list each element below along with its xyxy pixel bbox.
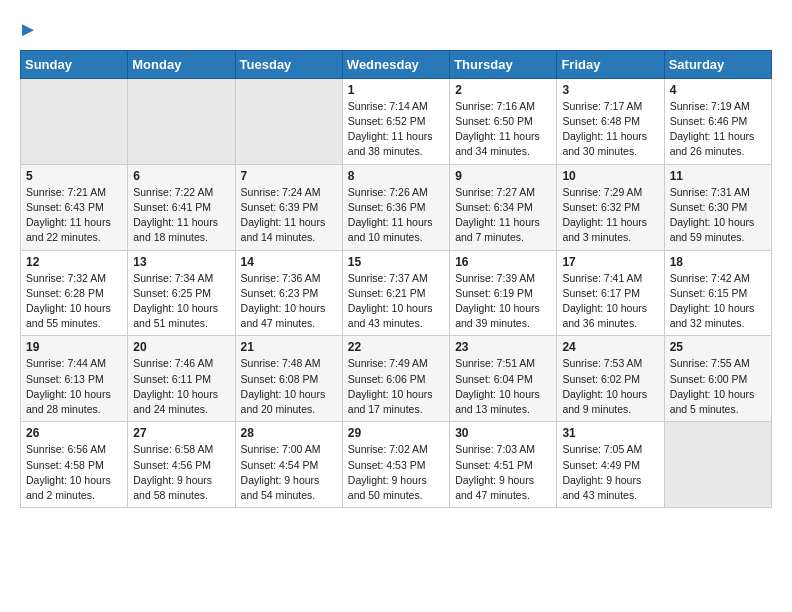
calendar-cell: 23Sunrise: 7:51 AM Sunset: 6:04 PM Dayli… bbox=[450, 336, 557, 422]
day-info: Sunrise: 7:14 AM Sunset: 6:52 PM Dayligh… bbox=[348, 99, 444, 160]
calendar-cell: 4Sunrise: 7:19 AM Sunset: 6:46 PM Daylig… bbox=[664, 78, 771, 164]
calendar-header-row: SundayMondayTuesdayWednesdayThursdayFrid… bbox=[21, 50, 772, 78]
calendar-cell: 21Sunrise: 7:48 AM Sunset: 6:08 PM Dayli… bbox=[235, 336, 342, 422]
day-info: Sunrise: 7:39 AM Sunset: 6:19 PM Dayligh… bbox=[455, 271, 551, 332]
day-number: 9 bbox=[455, 169, 551, 183]
day-number: 23 bbox=[455, 340, 551, 354]
calendar-cell: 15Sunrise: 7:37 AM Sunset: 6:21 PM Dayli… bbox=[342, 250, 449, 336]
day-info: Sunrise: 7:26 AM Sunset: 6:36 PM Dayligh… bbox=[348, 185, 444, 246]
day-info: Sunrise: 7:31 AM Sunset: 6:30 PM Dayligh… bbox=[670, 185, 766, 246]
day-info: Sunrise: 7:37 AM Sunset: 6:21 PM Dayligh… bbox=[348, 271, 444, 332]
day-number: 18 bbox=[670, 255, 766, 269]
day-info: Sunrise: 7:34 AM Sunset: 6:25 PM Dayligh… bbox=[133, 271, 229, 332]
calendar-cell: 6Sunrise: 7:22 AM Sunset: 6:41 PM Daylig… bbox=[128, 164, 235, 250]
calendar-cell: 9Sunrise: 7:27 AM Sunset: 6:34 PM Daylig… bbox=[450, 164, 557, 250]
day-info: Sunrise: 6:58 AM Sunset: 4:56 PM Dayligh… bbox=[133, 442, 229, 503]
calendar-cell: 25Sunrise: 7:55 AM Sunset: 6:00 PM Dayli… bbox=[664, 336, 771, 422]
calendar-cell: 22Sunrise: 7:49 AM Sunset: 6:06 PM Dayli… bbox=[342, 336, 449, 422]
day-number: 29 bbox=[348, 426, 444, 440]
calendar-cell: 30Sunrise: 7:03 AM Sunset: 4:51 PM Dayli… bbox=[450, 422, 557, 508]
weekday-header-thursday: Thursday bbox=[450, 50, 557, 78]
day-info: Sunrise: 7:27 AM Sunset: 6:34 PM Dayligh… bbox=[455, 185, 551, 246]
day-number: 27 bbox=[133, 426, 229, 440]
day-number: 12 bbox=[26, 255, 122, 269]
day-number: 4 bbox=[670, 83, 766, 97]
day-info: Sunrise: 7:42 AM Sunset: 6:15 PM Dayligh… bbox=[670, 271, 766, 332]
weekday-header-friday: Friday bbox=[557, 50, 664, 78]
weekday-header-sunday: Sunday bbox=[21, 50, 128, 78]
day-info: Sunrise: 7:17 AM Sunset: 6:48 PM Dayligh… bbox=[562, 99, 658, 160]
calendar-cell: 18Sunrise: 7:42 AM Sunset: 6:15 PM Dayli… bbox=[664, 250, 771, 336]
calendar-cell: 5Sunrise: 7:21 AM Sunset: 6:43 PM Daylig… bbox=[21, 164, 128, 250]
day-info: Sunrise: 7:16 AM Sunset: 6:50 PM Dayligh… bbox=[455, 99, 551, 160]
logo-line1 bbox=[20, 20, 34, 40]
calendar-cell: 16Sunrise: 7:39 AM Sunset: 6:19 PM Dayli… bbox=[450, 250, 557, 336]
day-info: Sunrise: 7:02 AM Sunset: 4:53 PM Dayligh… bbox=[348, 442, 444, 503]
day-number: 11 bbox=[670, 169, 766, 183]
day-info: Sunrise: 7:21 AM Sunset: 6:43 PM Dayligh… bbox=[26, 185, 122, 246]
day-number: 3 bbox=[562, 83, 658, 97]
calendar-cell bbox=[128, 78, 235, 164]
day-number: 15 bbox=[348, 255, 444, 269]
calendar-cell bbox=[21, 78, 128, 164]
day-info: Sunrise: 7:19 AM Sunset: 6:46 PM Dayligh… bbox=[670, 99, 766, 160]
day-number: 1 bbox=[348, 83, 444, 97]
day-number: 21 bbox=[241, 340, 337, 354]
weekday-header-saturday: Saturday bbox=[664, 50, 771, 78]
calendar-cell: 17Sunrise: 7:41 AM Sunset: 6:17 PM Dayli… bbox=[557, 250, 664, 336]
calendar-week-row: 26Sunrise: 6:56 AM Sunset: 4:58 PM Dayli… bbox=[21, 422, 772, 508]
weekday-header-monday: Monday bbox=[128, 50, 235, 78]
calendar-cell bbox=[235, 78, 342, 164]
day-number: 14 bbox=[241, 255, 337, 269]
calendar-cell: 14Sunrise: 7:36 AM Sunset: 6:23 PM Dayli… bbox=[235, 250, 342, 336]
day-number: 10 bbox=[562, 169, 658, 183]
day-info: Sunrise: 7:36 AM Sunset: 6:23 PM Dayligh… bbox=[241, 271, 337, 332]
day-number: 16 bbox=[455, 255, 551, 269]
logo bbox=[20, 20, 34, 40]
day-info: Sunrise: 7:29 AM Sunset: 6:32 PM Dayligh… bbox=[562, 185, 658, 246]
day-info: Sunrise: 7:55 AM Sunset: 6:00 PM Dayligh… bbox=[670, 356, 766, 417]
day-number: 22 bbox=[348, 340, 444, 354]
day-number: 6 bbox=[133, 169, 229, 183]
day-number: 26 bbox=[26, 426, 122, 440]
day-info: Sunrise: 7:00 AM Sunset: 4:54 PM Dayligh… bbox=[241, 442, 337, 503]
weekday-header-wednesday: Wednesday bbox=[342, 50, 449, 78]
day-info: Sunrise: 6:56 AM Sunset: 4:58 PM Dayligh… bbox=[26, 442, 122, 503]
calendar-cell: 8Sunrise: 7:26 AM Sunset: 6:36 PM Daylig… bbox=[342, 164, 449, 250]
day-number: 5 bbox=[26, 169, 122, 183]
calendar-cell: 19Sunrise: 7:44 AM Sunset: 6:13 PM Dayli… bbox=[21, 336, 128, 422]
day-info: Sunrise: 7:46 AM Sunset: 6:11 PM Dayligh… bbox=[133, 356, 229, 417]
calendar-week-row: 1Sunrise: 7:14 AM Sunset: 6:52 PM Daylig… bbox=[21, 78, 772, 164]
day-number: 17 bbox=[562, 255, 658, 269]
day-number: 19 bbox=[26, 340, 122, 354]
calendar-cell: 20Sunrise: 7:46 AM Sunset: 6:11 PM Dayli… bbox=[128, 336, 235, 422]
day-info: Sunrise: 7:03 AM Sunset: 4:51 PM Dayligh… bbox=[455, 442, 551, 503]
calendar-cell: 27Sunrise: 6:58 AM Sunset: 4:56 PM Dayli… bbox=[128, 422, 235, 508]
day-number: 30 bbox=[455, 426, 551, 440]
calendar-cell bbox=[664, 422, 771, 508]
day-number: 25 bbox=[670, 340, 766, 354]
day-info: Sunrise: 7:05 AM Sunset: 4:49 PM Dayligh… bbox=[562, 442, 658, 503]
calendar-cell: 3Sunrise: 7:17 AM Sunset: 6:48 PM Daylig… bbox=[557, 78, 664, 164]
day-number: 28 bbox=[241, 426, 337, 440]
day-info: Sunrise: 7:32 AM Sunset: 6:28 PM Dayligh… bbox=[26, 271, 122, 332]
calendar-week-row: 12Sunrise: 7:32 AM Sunset: 6:28 PM Dayli… bbox=[21, 250, 772, 336]
day-number: 31 bbox=[562, 426, 658, 440]
calendar-cell: 31Sunrise: 7:05 AM Sunset: 4:49 PM Dayli… bbox=[557, 422, 664, 508]
day-number: 20 bbox=[133, 340, 229, 354]
weekday-header-tuesday: Tuesday bbox=[235, 50, 342, 78]
calendar-cell: 28Sunrise: 7:00 AM Sunset: 4:54 PM Dayli… bbox=[235, 422, 342, 508]
day-number: 7 bbox=[241, 169, 337, 183]
calendar-week-row: 5Sunrise: 7:21 AM Sunset: 6:43 PM Daylig… bbox=[21, 164, 772, 250]
calendar-cell: 26Sunrise: 6:56 AM Sunset: 4:58 PM Dayli… bbox=[21, 422, 128, 508]
day-info: Sunrise: 7:48 AM Sunset: 6:08 PM Dayligh… bbox=[241, 356, 337, 417]
calendar-cell: 12Sunrise: 7:32 AM Sunset: 6:28 PM Dayli… bbox=[21, 250, 128, 336]
day-info: Sunrise: 7:49 AM Sunset: 6:06 PM Dayligh… bbox=[348, 356, 444, 417]
day-number: 24 bbox=[562, 340, 658, 354]
day-info: Sunrise: 7:51 AM Sunset: 6:04 PM Dayligh… bbox=[455, 356, 551, 417]
calendar-cell: 13Sunrise: 7:34 AM Sunset: 6:25 PM Dayli… bbox=[128, 250, 235, 336]
day-info: Sunrise: 7:41 AM Sunset: 6:17 PM Dayligh… bbox=[562, 271, 658, 332]
day-info: Sunrise: 7:24 AM Sunset: 6:39 PM Dayligh… bbox=[241, 185, 337, 246]
day-number: 2 bbox=[455, 83, 551, 97]
calendar-cell: 29Sunrise: 7:02 AM Sunset: 4:53 PM Dayli… bbox=[342, 422, 449, 508]
